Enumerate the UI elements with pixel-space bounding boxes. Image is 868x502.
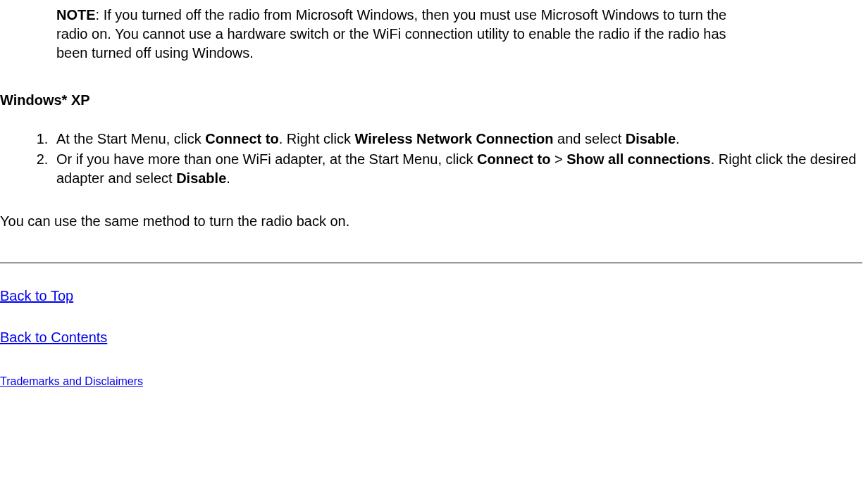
document-content: NOTE: If you turned off the radio from M… (0, 6, 868, 407)
closing-paragraph: You can use the same method to turn the … (0, 212, 862, 231)
step-2-text-4: . (226, 170, 230, 186)
step-1-text: At the Start Menu, click (56, 131, 205, 146)
step-1-text-2: . Right click (279, 131, 355, 146)
step-1-text-4: . (676, 131, 680, 146)
steps-list: At the Start Menu, click Connect to. Rig… (24, 130, 862, 188)
step-2-bold-3: Disable (176, 170, 226, 186)
back-to-top-link[interactable]: Back to Top (0, 287, 73, 306)
step-2-bold-2: Show all connections (566, 151, 710, 167)
step-2-text-2: > (550, 151, 566, 167)
divider (0, 262, 862, 264)
note-text: : If you turned off the radio from Micro… (56, 7, 726, 61)
section-heading: Windows* XP (0, 91, 862, 110)
step-1-text-3: and select (554, 131, 626, 146)
step-1: At the Start Menu, click Connect to. Rig… (52, 130, 862, 149)
step-1-bold-3: Disable (626, 131, 676, 146)
note-block: NOTE: If you turned off the radio from M… (56, 6, 733, 63)
trademarks-link[interactable]: Trademarks and Disclaimers (0, 374, 143, 389)
step-2-text: Or if you have more than one WiFi adapte… (56, 151, 477, 167)
note-label: NOTE (56, 7, 96, 23)
step-2-bold-1: Connect to (477, 151, 550, 167)
back-to-contents-link[interactable]: Back to Contents (0, 328, 107, 347)
step-2: Or if you have more than one WiFi adapte… (52, 150, 862, 188)
step-1-bold-2: Wireless Network Connection (354, 131, 553, 146)
step-1-bold-1: Connect to (205, 131, 278, 146)
